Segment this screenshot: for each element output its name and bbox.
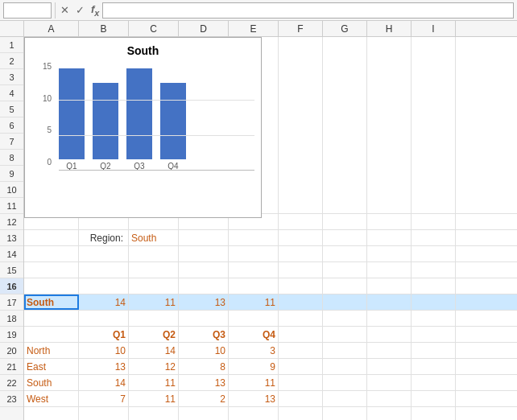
col-header-g[interactable]: G [323,21,367,36]
cell-c12[interactable]: South [129,230,179,245]
cell-b21[interactable]: 14 [79,375,129,390]
cell-a19[interactable]: North [24,343,79,358]
cell-c18[interactable]: Q2 [129,327,179,342]
cell-f20[interactable] [279,359,323,374]
cell-f12[interactable] [279,230,323,245]
cell-g18[interactable] [323,327,367,342]
cell-g11[interactable] [323,214,367,229]
cell-i13[interactable] [412,246,456,261]
cell-d17[interactable] [179,311,229,326]
cell-a18[interactable] [24,327,79,342]
cell-f14[interactable] [279,262,323,278]
cell-g21[interactable] [323,375,367,390]
cell-h18[interactable] [367,327,412,342]
cell-a15[interactable] [24,278,79,294]
cell-g20[interactable] [323,359,367,374]
cell-b20[interactable]: 13 [79,359,129,374]
cell-b22[interactable]: 7 [79,391,129,406]
col-header-c[interactable]: C [129,21,179,36]
cell-f23[interactable] [279,407,323,420]
cell-g14[interactable] [323,262,367,278]
cell-d23[interactable] [179,407,229,420]
cell-h23[interactable] [367,407,412,420]
cell-e18[interactable]: Q4 [229,327,279,342]
cell-e21[interactable]: 11 [229,375,279,390]
cell-c20[interactable]: 12 [129,359,179,374]
cell-d18[interactable]: Q3 [179,327,229,342]
cell-i1[interactable] [412,37,456,214]
cell-a22[interactable]: West [24,391,79,406]
cell-g16[interactable] [323,294,367,310]
cell-f13[interactable] [279,246,323,261]
cell-i23[interactable] [412,407,456,420]
cell-d21[interactable]: 13 [179,375,229,390]
cell-g22[interactable] [323,391,367,406]
cell-a17[interactable] [24,311,79,326]
function-icon[interactable]: fx [89,3,101,18]
cell-g17[interactable] [323,311,367,326]
cell-a23[interactable] [24,407,79,420]
cell-c17[interactable] [129,311,179,326]
cell-e20[interactable]: 9 [229,359,279,374]
cell-h19[interactable] [367,343,412,358]
cell-f17[interactable] [279,311,323,326]
cell-b15[interactable] [79,278,129,294]
cell-e22[interactable]: 13 [229,391,279,406]
cell-d14[interactable] [179,262,229,278]
cell-h16[interactable] [367,294,412,310]
cell-e19[interactable]: 3 [229,343,279,358]
cell-c16[interactable]: 11 [129,294,179,310]
cell-e12[interactable] [229,230,279,245]
cell-g1[interactable] [323,37,367,214]
cell-b18[interactable]: Q1 [79,327,129,342]
cell-h22[interactable] [367,391,412,406]
cell-h1[interactable] [367,37,412,214]
cell-a21[interactable]: South [24,375,79,390]
cell-d22[interactable]: 2 [179,391,229,406]
cell-b12[interactable]: Region: [79,230,129,245]
formula-input[interactable]: =INDEX(A19:A22,MATCH(C12,A19:A22,0)) [102,2,514,19]
cell-f1[interactable] [279,37,323,214]
confirm-icon[interactable]: ✓ [74,4,86,16]
col-header-f[interactable]: F [279,21,323,36]
cell-i11[interactable] [412,214,456,229]
cell-d15[interactable] [179,278,229,294]
cell-d20[interactable]: 8 [179,359,229,374]
cell-e15[interactable] [229,278,279,294]
cell-i21[interactable] [412,375,456,390]
cell-i15[interactable] [412,278,456,294]
cell-e16[interactable]: 11 [229,294,279,310]
cell-a13[interactable] [24,246,79,261]
col-header-a[interactable]: A [24,21,79,36]
cell-b19[interactable]: 10 [79,343,129,358]
cell-c23[interactable] [129,407,179,420]
cancel-icon[interactable]: ✕ [59,4,71,16]
col-header-d[interactable]: D [179,21,229,36]
cell-c13[interactable] [129,246,179,261]
cell-e23[interactable] [229,407,279,420]
cell-i14[interactable] [412,262,456,278]
cell-h13[interactable] [367,246,412,261]
cell-b14[interactable] [79,262,129,278]
cell-e13[interactable] [229,246,279,261]
cell-h11[interactable] [367,214,412,229]
cell-e17[interactable] [229,311,279,326]
cell-b23[interactable] [79,407,129,420]
cell-f11[interactable] [279,214,323,229]
cell-f15[interactable] [279,278,323,294]
cell-h15[interactable] [367,278,412,294]
cell-i22[interactable] [412,391,456,406]
col-header-e[interactable]: E [229,21,279,36]
cell-d16[interactable]: 13 [179,294,229,310]
cell-h12[interactable] [367,230,412,245]
cell-i16[interactable] [412,294,456,310]
col-header-b[interactable]: B [79,21,129,36]
cell-c21[interactable]: 11 [129,375,179,390]
cell-d19[interactable]: 10 [179,343,229,358]
cell-a12[interactable] [24,230,79,245]
cell-d12[interactable] [179,230,229,245]
cell-i20[interactable] [412,359,456,374]
col-header-h[interactable]: H [367,21,412,36]
cell-c15[interactable] [129,278,179,294]
cell-f18[interactable] [279,327,323,342]
